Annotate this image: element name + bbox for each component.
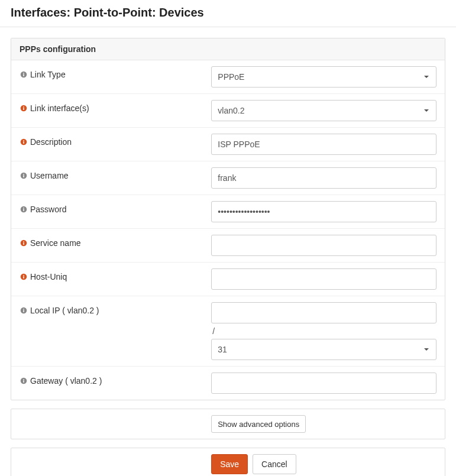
svg-rect-16 <box>23 242 24 245</box>
ppp-config-panel: PPPs configuration Link Type PPPoE <box>11 38 445 400</box>
cancel-button[interactable]: Cancel <box>253 454 296 474</box>
host-uniq-input[interactable] <box>211 268 436 290</box>
info-icon[interactable] <box>20 171 28 180</box>
link-interfaces-select[interactable]: vlan0.2 <box>211 100 436 121</box>
chevron-down-icon <box>424 109 429 112</box>
info-icon[interactable] <box>20 377 28 385</box>
label-service-name: Service name <box>20 235 211 248</box>
svg-rect-13 <box>23 209 24 211</box>
svg-rect-7 <box>23 141 24 144</box>
row-gateway: Gateway ( vlan0.2 ) <box>11 367 445 400</box>
row-password: Password <box>11 195 445 229</box>
gateway-input[interactable] <box>211 373 436 394</box>
chevron-down-icon <box>424 76 429 78</box>
svg-rect-25 <box>23 380 24 383</box>
chevron-down-icon <box>424 348 429 351</box>
field-label: Service name <box>30 238 81 248</box>
info-icon[interactable] <box>20 70 28 79</box>
svg-rect-8 <box>23 140 24 141</box>
label-link-interfaces: Link interface(s) <box>20 100 211 113</box>
label-link-type: Link Type <box>20 66 211 79</box>
password-input[interactable] <box>211 201 436 222</box>
subnet-select[interactable]: 31 <box>211 339 436 360</box>
row-link-type: Link Type PPPoE <box>11 60 445 94</box>
svg-rect-17 <box>23 241 24 242</box>
page-title: Interfaces: Point-to-Point: Devices <box>0 0 456 27</box>
label-local-ip: Local IP ( vlan0.2 ) <box>20 302 211 315</box>
content-area: PPPs configuration Link Type PPPoE <box>0 27 456 476</box>
svg-rect-26 <box>23 379 24 380</box>
subnet-slash: / <box>211 327 436 335</box>
row-service-name: Service name <box>11 229 445 263</box>
svg-rect-22 <box>23 310 24 312</box>
info-icon[interactable] <box>20 138 28 146</box>
show-advanced-button[interactable]: Show advanced options <box>211 415 306 433</box>
label-host-uniq: Host-Uniq <box>20 268 211 281</box>
row-host-uniq: Host-Uniq <box>11 263 445 296</box>
field-label: Host-Uniq <box>30 272 67 281</box>
select-value: vlan0.2 <box>218 106 244 115</box>
field-label: Username <box>30 171 69 180</box>
info-icon[interactable] <box>20 205 28 213</box>
local-ip-input[interactable] <box>211 302 436 323</box>
link-type-select[interactable]: PPPoE <box>211 66 436 88</box>
svg-rect-10 <box>23 175 24 177</box>
field-label: Gateway ( vlan0.2 ) <box>30 376 102 386</box>
field-label: Description <box>30 137 72 147</box>
label-password: Password <box>20 201 211 214</box>
row-link-interfaces: Link interface(s) vlan0.2 <box>11 94 445 128</box>
svg-rect-14 <box>23 208 24 209</box>
row-username: Username <box>11 161 445 195</box>
svg-rect-5 <box>23 106 24 108</box>
label-gateway: Gateway ( vlan0.2 ) <box>20 373 211 386</box>
panel-heading: PPPs configuration <box>11 38 445 60</box>
actions-panel: Save Cancel <box>11 448 445 476</box>
svg-rect-11 <box>23 174 24 175</box>
field-label: Password <box>30 205 66 214</box>
username-input[interactable] <box>211 167 436 189</box>
field-label: Link Type <box>30 70 66 79</box>
service-name-input[interactable] <box>211 235 436 256</box>
info-icon[interactable] <box>20 104 28 112</box>
row-description: Description <box>11 128 445 161</box>
save-button[interactable]: Save <box>211 454 248 474</box>
svg-rect-2 <box>23 73 24 74</box>
field-label: Link interface(s) <box>30 103 89 113</box>
label-description: Description <box>20 134 211 147</box>
description-input[interactable] <box>211 134 436 155</box>
label-username: Username <box>20 167 211 180</box>
select-value: PPPoE <box>218 72 244 82</box>
row-local-ip: Local IP ( vlan0.2 ) / 31 <box>11 296 445 367</box>
select-value: 31 <box>218 345 227 354</box>
field-label: Local IP ( vlan0.2 ) <box>30 306 99 315</box>
info-icon[interactable] <box>20 273 28 281</box>
svg-rect-4 <box>23 108 24 110</box>
svg-rect-23 <box>23 309 24 310</box>
advanced-panel: Show advanced options <box>11 409 445 439</box>
svg-rect-20 <box>23 275 24 276</box>
info-icon[interactable] <box>20 306 28 315</box>
svg-rect-19 <box>23 276 24 279</box>
svg-rect-1 <box>23 74 24 76</box>
info-icon[interactable] <box>20 239 28 247</box>
